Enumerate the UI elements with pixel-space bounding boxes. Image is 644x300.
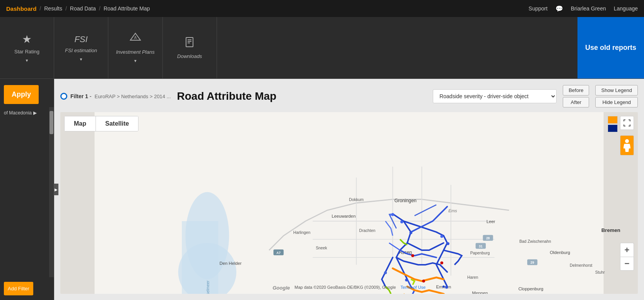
language-menu[interactable]: Language [614, 5, 638, 12]
star-rating-label: Star Rating [14, 49, 39, 55]
content-area: Filter 1 - EuroRAP > Netherlands > 2014 … [54, 79, 644, 300]
add-filter-button[interactable]: Add Filter [4, 282, 33, 295]
scrollbar-thumb[interactable] [50, 111, 53, 134]
svg-text:A7: A7 [277, 251, 281, 255]
svg-text:Stuhr: Stuhr [595, 270, 605, 274]
map-title: Road Attribute Map [177, 90, 277, 102]
svg-point-71 [442, 285, 445, 288]
zoom-in-button[interactable]: + [620, 243, 634, 257]
hide-legend-button[interactable]: Hide Legend [595, 97, 638, 107]
dashboard-link[interactable]: Dashboard [6, 5, 36, 12]
downloads-icon [184, 37, 195, 50]
svg-text:Oldenburg: Oldenburg [550, 250, 570, 255]
star-icon: ★ [22, 33, 32, 46]
map-attribution: Google Map data ©2020 GeoBasis-DE/BKG (©… [273, 285, 426, 291]
sidebar-item-star-rating[interactable]: ★ Star Rating ▼ [0, 17, 54, 78]
show-legend-button[interactable]: Show Legend [595, 85, 638, 95]
svg-text:Groningen: Groningen [395, 198, 417, 203]
after-button[interactable]: After [563, 97, 589, 107]
svg-point-61 [440, 261, 443, 264]
svg-rect-2 [186, 38, 193, 47]
map-header: Filter 1 - EuroRAP > Netherlands > 2014 … [60, 85, 638, 107]
sep1: / [39, 5, 41, 12]
downloads-label: Downloads [177, 53, 202, 59]
filter-circle [60, 93, 67, 100]
svg-text:28: 28 [486, 236, 490, 240]
svg-point-70 [390, 213, 392, 216]
map-container[interactable]: A32 A37 A7 A6 A9 A28 28 [60, 112, 638, 294]
investment-label: Investment Plans [116, 49, 155, 55]
sidebar-item-investment-plans[interactable]: A Investment Plans ▼ [108, 17, 163, 78]
sidebar-collapse-arrow[interactable]: ▶ [54, 184, 58, 195]
color-legend-orange [608, 116, 618, 124]
color-legend-dark [608, 124, 618, 132]
svg-text:Sneek: Sneek [316, 246, 327, 250]
svg-text:A: A [134, 36, 137, 40]
svg-point-63 [400, 220, 403, 223]
sidebar-region-item[interactable]: of Macedonia ▶ [0, 107, 49, 119]
sidebar-item-downloads[interactable]: Downloads [163, 17, 217, 78]
google-logo: Google [273, 285, 290, 291]
svg-rect-9 [182, 221, 218, 294]
satellite-view-button[interactable]: Satellite [96, 116, 138, 131]
svg-point-59 [422, 280, 425, 283]
filter-number: Filter 1 [70, 93, 88, 99]
svg-point-65 [440, 235, 443, 238]
sidebar-item-fsi[interactable]: FSI FSI estimation ▼ [54, 17, 108, 78]
filter-path: EuroRAP > Netherlands > 2014 ... [94, 94, 171, 99]
user-menu[interactable]: Briarlea Green [571, 5, 606, 12]
svg-text:Dokkum: Dokkum [349, 198, 364, 202]
street-view-button[interactable] [620, 135, 634, 155]
svg-text:Drachten: Drachten [359, 228, 376, 233]
sep3: / [99, 5, 101, 12]
star-rating-caret: ▼ [25, 58, 29, 63]
road-attribute-map-link[interactable]: Road Attribute Map [104, 5, 150, 12]
svg-rect-6 [95, 112, 604, 294]
svg-text:31: 31 [479, 244, 483, 248]
region-chevron: ▶ [33, 110, 37, 116]
svg-point-86 [625, 139, 629, 143]
svg-text:Harlingen: Harlingen [293, 230, 310, 235]
sidebar-scroll-area: of Macedonia ▶ [0, 107, 49, 277]
svg-text:Leer: Leer [487, 219, 495, 224]
legend-buttons: Show Legend Hide Legend [595, 85, 638, 107]
region-label: of Macedonia [4, 110, 32, 116]
svg-point-67 [405, 279, 408, 282]
terms-of-use-link[interactable]: Terms of Use [401, 285, 426, 291]
investment-caret: ▼ [133, 59, 137, 63]
investment-icon: A [130, 32, 141, 46]
fsi-caret: ▼ [79, 57, 83, 61]
svg-text:Cloppenburg: Cloppenburg [518, 286, 543, 291]
svg-text:Papenburg: Papenburg [470, 251, 490, 255]
sub-navigation: ★ Star Rating ▼ FSI FSI estimation ▼ A I… [0, 17, 644, 79]
sidebar: Apply of Macedonia ▶ Add Filter ▶ [0, 79, 54, 300]
before-after-buttons: Before After [563, 85, 589, 107]
main-area: Apply of Macedonia ▶ Add Filter ▶ [0, 79, 644, 300]
map-view-button[interactable]: Map [65, 116, 96, 131]
svg-point-58 [411, 254, 414, 257]
map-svg: A32 A37 A7 A6 A9 A28 28 [60, 112, 638, 294]
map-toggle: Map Satellite [64, 116, 138, 131]
apply-button[interactable]: Apply [4, 85, 39, 104]
road-data-link[interactable]: Road Data [70, 5, 96, 12]
support-link[interactable]: Support [529, 5, 548, 12]
filter-sep: - [90, 93, 92, 99]
svg-text:29: 29 [531, 261, 535, 264]
fsi-label: FSI estimation [65, 48, 97, 53]
fullscreen-button[interactable] [620, 116, 634, 130]
results-link[interactable]: Results [44, 5, 62, 12]
attribute-dropdown[interactable]: Roadside severity - driver-side object R… [433, 89, 557, 103]
sidebar-scrollbar[interactable] [49, 107, 54, 277]
svg-text:Delmenhorst: Delmenhorst [570, 263, 593, 268]
svg-text:Den Helder: Den Helder [220, 261, 242, 266]
before-button[interactable]: Before [563, 85, 589, 95]
svg-text:Leeuwarden: Leeuwarden [331, 214, 355, 218]
filter-indicator: Filter 1 - EuroRAP > Netherlands > 2014 … [60, 93, 171, 100]
svg-text:Haren: Haren [467, 275, 478, 280]
use-old-reports-button[interactable]: Use old reports [577, 17, 644, 78]
svg-text:Bremen: Bremen [601, 227, 620, 233]
svg-point-69 [384, 271, 387, 274]
street-view-container [620, 135, 634, 155]
chat-icon[interactable]: 💬 [555, 5, 563, 12]
zoom-out-button[interactable]: − [620, 257, 634, 271]
